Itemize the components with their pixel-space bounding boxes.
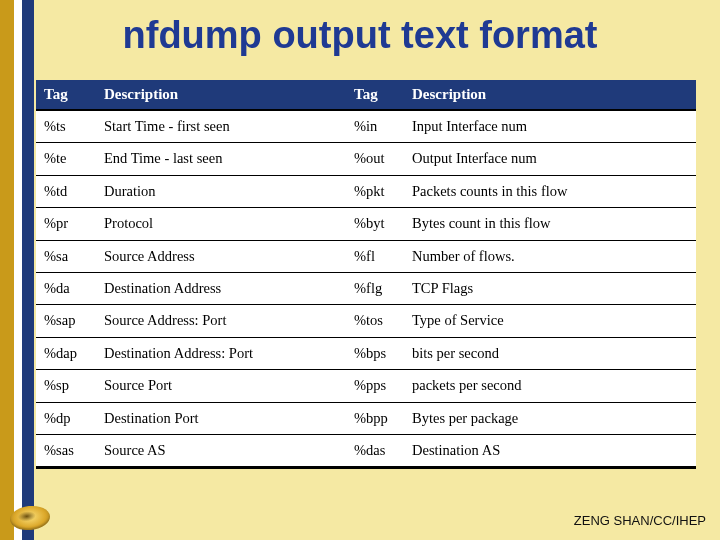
cell-tag-left: %dap [36, 337, 96, 369]
cell-tag-right: %byt [346, 208, 404, 240]
decor-bar-white [14, 0, 22, 540]
format-table: Tag Description Tag Description %tsStart… [36, 80, 696, 466]
cell-desc-right: bits per second [404, 337, 696, 369]
table-row: %tsStart Time - first seen%inInput Inter… [36, 110, 696, 143]
cell-desc-right: Bytes count in this flow [404, 208, 696, 240]
cell-tag-right: %das [346, 434, 404, 466]
table-row: %teEnd Time - last seen%outOutput Interf… [36, 143, 696, 175]
slide-title: nfdump output text format [0, 0, 720, 63]
decor-bar-gold [0, 0, 14, 540]
cell-tag-left: %sap [36, 305, 96, 337]
header-desc-right: Description [404, 80, 696, 110]
cell-tag-right: %out [346, 143, 404, 175]
cell-tag-right: %bps [346, 337, 404, 369]
table-row: %daDestination Address%flgTCP Flags [36, 272, 696, 304]
cell-tag-left: %sp [36, 370, 96, 402]
table-row: %tdDuration%pktPackets counts in this fl… [36, 175, 696, 207]
cell-tag-left: %da [36, 272, 96, 304]
cell-tag-right: %pps [346, 370, 404, 402]
cell-desc-right: Input Interface num [404, 110, 696, 143]
cell-tag-right: %fl [346, 240, 404, 272]
left-decor-stripes [0, 0, 34, 540]
cell-desc-left: Source Port [96, 370, 346, 402]
cell-tag-right: %tos [346, 305, 404, 337]
header-desc-left: Description [96, 80, 346, 110]
table-row: %dpDestination Port%bppBytes per package [36, 402, 696, 434]
cell-tag-left: %te [36, 143, 96, 175]
cell-desc-left: Protocol [96, 208, 346, 240]
cell-desc-left: Duration [96, 175, 346, 207]
table-header-row: Tag Description Tag Description [36, 80, 696, 110]
cell-tag-right: %pkt [346, 175, 404, 207]
cell-tag-left: %pr [36, 208, 96, 240]
cell-tag-left: %sas [36, 434, 96, 466]
cell-desc-right: Output Interface num [404, 143, 696, 175]
cell-desc-left: Destination Address: Port [96, 337, 346, 369]
cell-desc-left: Destination Port [96, 402, 346, 434]
table-row: %sapSource Address: Port%tosType of Serv… [36, 305, 696, 337]
table-row: %sasSource AS%dasDestination AS [36, 434, 696, 466]
format-table-container: Tag Description Tag Description %tsStart… [36, 80, 696, 469]
cell-tag-left: %td [36, 175, 96, 207]
cell-tag-left: %dp [36, 402, 96, 434]
cell-tag-left: %ts [36, 110, 96, 143]
decor-bar-blue [22, 0, 34, 540]
cell-tag-right: %in [346, 110, 404, 143]
cell-desc-left: Destination Address [96, 272, 346, 304]
header-tag-left: Tag [36, 80, 96, 110]
cell-desc-right: Type of Service [404, 305, 696, 337]
header-tag-right: Tag [346, 80, 404, 110]
cell-desc-left: Source AS [96, 434, 346, 466]
cell-desc-right: Number of flows. [404, 240, 696, 272]
table-row: %spSource Port%ppspackets per second [36, 370, 696, 402]
cell-desc-right: TCP Flags [404, 272, 696, 304]
cell-desc-left: Start Time - first seen [96, 110, 346, 143]
table-row: %saSource Address%flNumber of flows. [36, 240, 696, 272]
cell-tag-left: %sa [36, 240, 96, 272]
cell-tag-right: %flg [346, 272, 404, 304]
cell-tag-right: %bpp [346, 402, 404, 434]
cell-desc-right: Packets counts in this flow [404, 175, 696, 207]
cell-desc-right: packets per second [404, 370, 696, 402]
footer-credit: ZENG SHAN/CC/IHEP [574, 513, 706, 528]
cell-desc-left: Source Address [96, 240, 346, 272]
table-row: %prProtocol%bytBytes count in this flow [36, 208, 696, 240]
table-row: %dapDestination Address: Port%bpsbits pe… [36, 337, 696, 369]
cell-desc-left: Source Address: Port [96, 305, 346, 337]
cell-desc-left: End Time - last seen [96, 143, 346, 175]
cell-desc-right: Destination AS [404, 434, 696, 466]
cell-desc-right: Bytes per package [404, 402, 696, 434]
